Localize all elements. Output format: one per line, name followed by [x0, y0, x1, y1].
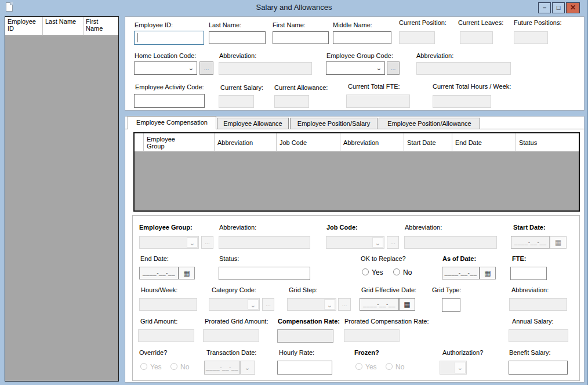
grid-header-abbreviation-1[interactable]: Abbreviation — [215, 133, 277, 152]
fte-label: FTE: — [512, 255, 526, 262]
prorated-grid-amount-field — [203, 329, 259, 342]
override-label: Override? — [139, 349, 167, 356]
close-button[interactable]: ✕ — [566, 2, 580, 13]
benefit-salary-input[interactable] — [509, 361, 568, 375]
grid-type-abbrev-label: Abbreviation: — [511, 286, 549, 293]
job-code-combo: ⌄ — [326, 236, 384, 249]
future-positions-label: Future Positions: — [514, 19, 562, 26]
maximize-button[interactable]: □ — [552, 2, 565, 13]
grid-header-row-selector — [135, 133, 144, 152]
employee-group-abbrev-label: Abbreviation: — [219, 224, 256, 231]
home-location-abbreviation-label: Abbreviation: — [219, 52, 256, 59]
tab-employee-allowance[interactable]: Employee Allowance — [217, 118, 289, 129]
as-of-date-calendar-icon[interactable]: ▦ — [480, 267, 496, 279]
chevron-down-icon: ⌄ — [188, 64, 194, 72]
ok-to-replace-yes-radio[interactable] — [362, 268, 369, 275]
ok-to-replace-no-radio[interactable] — [393, 268, 400, 275]
transaction-date-label: Transaction Date: — [206, 349, 256, 356]
chevron-down-icon: ⌄ — [375, 239, 380, 247]
grid-header-start-date[interactable]: Start Date — [404, 133, 452, 152]
grid-header-employee-group[interactable]: Employee Group — [144, 133, 215, 152]
chevron-down-icon: ⌄ — [327, 301, 332, 309]
grid-header-job-code[interactable]: Job Code — [277, 133, 340, 152]
grid-header-end-date[interactable]: End Date — [452, 133, 516, 152]
grid-step-combo: ⌄ — [287, 298, 336, 311]
middle-name-input[interactable] — [333, 31, 391, 44]
grid-header-status[interactable]: Status — [516, 133, 579, 152]
chevron-down-icon: ⌄ — [190, 239, 195, 247]
benefit-salary-label: Benefit Salary: — [509, 349, 551, 356]
ok-to-replace-yes-label[interactable]: Yes — [372, 268, 383, 277]
window-title: Salary and Allowances — [0, 3, 588, 12]
start-date-label: Start Date: — [513, 224, 546, 231]
grid-header-abbreviation-2[interactable]: Abbreviation — [340, 133, 404, 152]
first-name-input[interactable] — [273, 31, 329, 44]
fte-input[interactable] — [510, 267, 547, 280]
grid-step-lookup-button: ... — [338, 298, 351, 311]
frozen-yes-label: Yes — [365, 363, 377, 371]
annual-salary-field — [509, 329, 568, 342]
grid-effective-date-label: Grid Effective Date: — [361, 286, 416, 293]
end-date-calendar-icon[interactable]: ▦ — [179, 267, 195, 279]
future-positions-field — [514, 31, 548, 44]
compensation-rate-label: Compensation Rate: — [278, 318, 340, 325]
tab-employee-position-salary[interactable]: Employee Position/Salary — [290, 118, 378, 129]
tab-employee-compensation[interactable]: Employee Compensation — [128, 116, 216, 129]
hourly-rate-label: Hourly Rate: — [279, 349, 314, 356]
grid-type-abbrev-field — [509, 298, 567, 311]
current-allowance-field — [274, 95, 309, 108]
job-code-lookup-button: ... — [387, 236, 399, 249]
minimize-button[interactable]: – — [538, 2, 551, 13]
salary-and-allowances-window: Salary and Allowances – □ ✕ Employee ID … — [0, 0, 588, 385]
transaction-date-field: ____-__-__ — [204, 361, 240, 375]
prorated-grid-amount-label: Prorated Grid Amount: — [205, 318, 268, 325]
override-no-radio — [170, 363, 177, 370]
ok-to-replace-no-label[interactable]: No — [403, 268, 412, 277]
employee-list-header-last-name[interactable]: Last Name — [43, 17, 84, 36]
text-caret — [137, 33, 137, 42]
tab-employee-position-allowance[interactable]: Employee Position/Allowance — [379, 118, 480, 129]
employee-list: Employee ID Last Name First Name — [5, 16, 119, 382]
current-total-fte-label: Current Total FTE: — [348, 83, 400, 90]
employee-id-input[interactable] — [134, 31, 204, 45]
employee-list-header-employee-id[interactable]: Employee ID — [5, 17, 43, 36]
employee-group-abbreviation-label: Abbreviation: — [416, 52, 453, 59]
grid-effective-date-calendar-icon[interactable]: ▦ — [399, 298, 415, 311]
home-location-code-combo[interactable]: ⌄ — [134, 61, 197, 75]
annual-salary-label: Annual Salary: — [512, 318, 554, 325]
titlebar: Salary and Allowances – □ ✕ — [0, 0, 588, 15]
employee-group-code-label: Employee Group Code: — [326, 52, 393, 59]
employee-group-abbrev-field — [219, 236, 310, 249]
employee-list-header-first-name[interactable]: First Name — [84, 17, 118, 36]
end-date-field[interactable]: ____-__-__ — [139, 267, 179, 279]
grid-effective-date-field[interactable]: ____-__-__ — [360, 298, 399, 311]
prorated-compensation-rate-field — [344, 329, 400, 342]
hourly-rate-input[interactable] — [277, 361, 332, 375]
employee-group-code-combo[interactable]: ⌄ — [326, 61, 385, 75]
first-name-label: First Name: — [273, 21, 306, 28]
as-of-date-label: As of Date: — [442, 255, 476, 262]
grid-type-label: Grid Type: — [432, 286, 462, 293]
employee-activity-code-input[interactable] — [134, 94, 205, 108]
job-code-abbrev-field — [404, 236, 497, 249]
current-total-hours-week-field — [433, 95, 491, 108]
current-salary-label: Current Salary: — [220, 84, 263, 91]
hours-week-field — [139, 298, 197, 311]
as-of-date-field[interactable]: ____-__-__ — [442, 267, 480, 279]
current-position-label: Current Position: — [399, 19, 447, 26]
status-input[interactable] — [219, 267, 310, 280]
home-location-code-lookup-button[interactable]: ... — [199, 61, 213, 75]
current-position-field — [399, 31, 435, 44]
last-name-input[interactable] — [209, 31, 266, 44]
hours-week-label: Hours/Week: — [141, 286, 177, 293]
grid-type-input[interactable] — [442, 298, 460, 312]
employee-activity-code-label: Employee Activity Code: — [135, 83, 204, 90]
employee-group-code-lookup-button[interactable]: ... — [387, 61, 400, 75]
home-location-code-label: Home Location Code: — [135, 52, 196, 59]
chevron-down-icon: ⌄ — [458, 364, 463, 372]
grid-amount-label: Grid Amount: — [140, 318, 177, 325]
grid-body — [135, 152, 579, 210]
current-salary-field — [219, 95, 254, 108]
current-total-fte-field — [346, 95, 410, 108]
override-yes-radio — [140, 363, 147, 370]
